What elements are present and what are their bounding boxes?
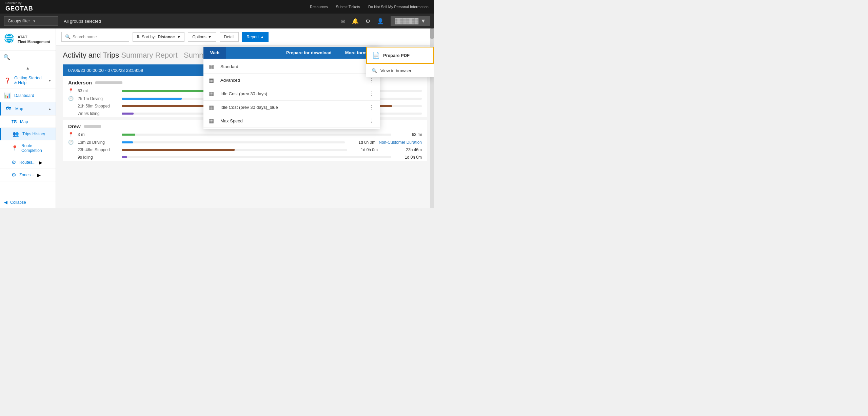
- prepare-download-tab[interactable]: Prepare for download: [279, 47, 338, 59]
- arrow-right-icon: ▶: [37, 173, 41, 178]
- report-button[interactable]: Report ▲: [242, 32, 269, 42]
- sidebar-item-route-completion[interactable]: 📍 Route Completion: [0, 140, 56, 156]
- groups-filter-button[interactable]: Groups filter ▼: [4, 16, 58, 26]
- prepare-pdf-label: Prepare PDF: [383, 53, 410, 58]
- sort-value: Distance: [158, 35, 175, 39]
- sidebar-item-routes[interactable]: ⚙ Routes... ▶: [0, 156, 56, 169]
- sidebar-item-map[interactable]: 🗺 Map ▲: [0, 102, 56, 116]
- content-area: 🔍 ⇅ Sort by: Distance ▼ Options ▼ Detail…: [56, 28, 434, 208]
- sidebar-item-zones[interactable]: ⚙ Zones... ▶: [0, 169, 56, 181]
- search-box: 🔍: [61, 32, 129, 42]
- collapse-icon: ◀: [4, 200, 7, 205]
- dropdown-item-max-speed[interactable]: ▦ Max Speed ⋮: [203, 114, 380, 128]
- name-bar-drew: [84, 125, 101, 128]
- user-icon[interactable]: 👤: [377, 18, 384, 24]
- search-icon: 🔍: [65, 34, 71, 39]
- distance-bar-fill-drew: [122, 134, 135, 136]
- more-options-icon[interactable]: ⋮: [369, 77, 374, 83]
- idling-value-drew: 1d 0h 0m: [395, 155, 422, 160]
- dropdown-item-idle-cost[interactable]: ▦ Idle Cost (prev 30 days) ⋮: [203, 87, 380, 101]
- resources-link[interactable]: Resources: [310, 5, 328, 9]
- options-button[interactable]: Options ▼: [188, 32, 216, 42]
- dropdown-item-advanced[interactable]: ▦ Advanced ⋮: [203, 74, 380, 87]
- idle-cost-blue-icon: ▦: [209, 104, 216, 111]
- sort-icon: ⇅: [136, 35, 140, 39]
- location-icon: 📍: [68, 132, 74, 137]
- top-bar-icons: ✉ 🔔 ⚙ 👤 ▓▓▓▓▓▓ ▼: [341, 16, 430, 26]
- options-chevron-icon: ▼: [208, 35, 212, 39]
- stopped-bar-drew: [122, 149, 347, 151]
- chevron-up-icon: ▲: [26, 66, 30, 71]
- help-icon: ❓: [4, 77, 11, 84]
- routes-icon: ⚙: [12, 159, 16, 165]
- driving-bar-drew: [122, 141, 345, 143]
- more-options-icon[interactable]: ⋮: [369, 91, 374, 97]
- collapse-button[interactable]: ◀ Collapse: [0, 196, 56, 208]
- toolbar: 🔍 ⇅ Sort by: Distance ▼ Options ▼ Detail…: [56, 28, 434, 45]
- user-name-text: ▓▓▓▓▓▓: [395, 18, 418, 24]
- idling-bar-fill-drew: [122, 156, 127, 158]
- report-label: Report: [246, 35, 259, 39]
- gear-icon[interactable]: ⚙: [366, 18, 370, 24]
- search-icon[interactable]: 🔍: [3, 54, 10, 60]
- bell-icon[interactable]: 🔔: [352, 18, 359, 24]
- chevron-up-icon: ▲: [48, 107, 52, 111]
- options-label: Options: [192, 35, 206, 39]
- more-options-icon[interactable]: ⋮: [369, 104, 374, 111]
- search-input[interactable]: [73, 35, 123, 39]
- logo-area: Powered by GEOTAB: [5, 1, 33, 12]
- report-chevron-icon: ▲: [260, 35, 264, 39]
- stopped-value-drew: 1d 0h 0m: [351, 147, 378, 152]
- scrollbar-thumb[interactable]: [430, 28, 434, 39]
- user-chevron-icon: ▼: [420, 18, 426, 24]
- idle-cost-icon: ▦: [209, 91, 216, 97]
- mail-icon[interactable]: ✉: [341, 18, 345, 24]
- trips-icon: 👥: [13, 131, 19, 137]
- dropdown-item-idle-cost-blue[interactable]: ▦ Idle Cost (prev 30 days)_blue ⋮: [203, 101, 380, 114]
- map-sub-icon: 🗺: [12, 119, 17, 124]
- detail-label: Detail: [224, 35, 235, 39]
- web-tab[interactable]: Web: [203, 47, 226, 59]
- do-not-sell-link[interactable]: Do Not Sell My Personal Information: [368, 5, 429, 9]
- route-completion-icon: 📍: [12, 145, 18, 151]
- advanced-icon: ▦: [209, 77, 216, 83]
- main-layout: AT&T Fleet Management 🔍 ▲ ❓ Getting Star…: [0, 28, 434, 208]
- sidebar-item-map-sub[interactable]: 🗺 Map: [0, 116, 56, 128]
- detail-button[interactable]: Detail: [220, 32, 239, 42]
- view-in-browser-button[interactable]: 🔍 View in browser: [366, 64, 434, 77]
- submit-tickets-link[interactable]: Submit Tickets: [336, 5, 360, 9]
- stopped-extra-drew: 23h 46m: [381, 147, 422, 152]
- sidebar-brand-text: AT&T Fleet Management: [18, 35, 50, 44]
- dropdown-tab-bar: Web Prepare for download More formats: [203, 47, 380, 59]
- sidebar-item-dashboard[interactable]: 📊 Dashboard: [0, 89, 56, 102]
- dashboard-icon: 📊: [4, 92, 11, 99]
- standard-icon: ▦: [209, 63, 216, 70]
- top-nav: Resources Submit Tickets Do Not Sell My …: [310, 5, 429, 9]
- view-browser-label: View in browser: [380, 68, 412, 73]
- distance-value-drew: 63 mi: [395, 132, 422, 137]
- distance-bar-drew: [122, 134, 391, 136]
- person-name-drew: Drew: [68, 123, 81, 129]
- sort-by-label: Sort by:: [142, 35, 156, 39]
- dropdown-item-standard[interactable]: ▦ Standard ⋮: [203, 60, 380, 74]
- more-options-icon[interactable]: ⋮: [369, 118, 374, 124]
- prepare-pdf-button[interactable]: 📄 Prepare PDF: [366, 47, 434, 64]
- metric-row-driving-drew: 🕐 13m 2s Driving 1d 0h 0m Non-Customer D…: [63, 138, 427, 146]
- clock-icon: 🕐: [68, 96, 74, 101]
- sort-button[interactable]: ⇅ Sort by: Distance ▼: [133, 32, 184, 42]
- non-customer-duration-label: Non-Customer Duration: [379, 140, 422, 145]
- sidebar-item-trips-history[interactable]: 👥 Trips History: [0, 128, 56, 140]
- driving-bar-fill: [122, 98, 182, 100]
- metric-row-distance-drew: 📍 3 mi 63 mi: [63, 131, 427, 138]
- driving-bar-fill-drew: [122, 141, 133, 143]
- chevron-down-icon: ▼: [48, 79, 52, 82]
- sidebar-item-getting-started[interactable]: ❓ Getting Started & Help ▼: [0, 72, 56, 89]
- user-menu-button[interactable]: ▓▓▓▓▓▓ ▼: [391, 16, 430, 26]
- stopped-bar-fill-drew: [122, 149, 235, 151]
- att-logo-icon: [4, 33, 14, 45]
- max-speed-icon: ▦: [209, 118, 216, 124]
- scroll-up-button[interactable]: ▲: [0, 64, 56, 72]
- location-icon: 📍: [68, 88, 74, 93]
- sidebar-brand-header: AT&T Fleet Management: [0, 28, 56, 51]
- top-bar: Powered by GEOTAB Resources Submit Ticke…: [0, 0, 434, 14]
